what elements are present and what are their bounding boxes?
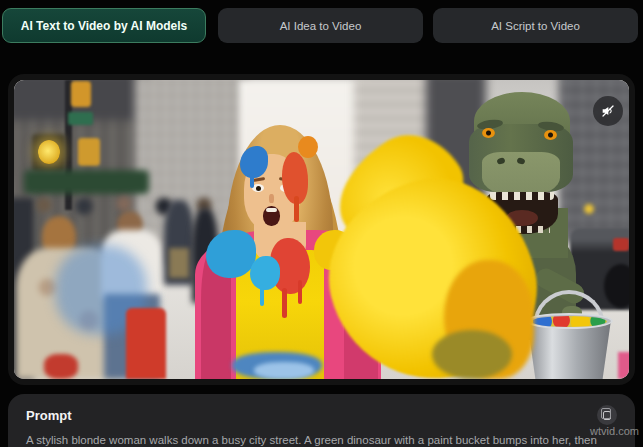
video-player-frame	[8, 74, 635, 385]
pink-figure-edge	[618, 352, 629, 379]
prompt-title: Prompt	[26, 408, 72, 423]
mute-button[interactable]	[593, 96, 623, 126]
street-sign	[68, 112, 93, 125]
prompt-text: A stylish blonde woman walks down a busy…	[26, 432, 617, 447]
tab-ai-text-to-video[interactable]: AI Text to Video by AI Models	[2, 8, 206, 43]
traffic-signal-upper	[71, 81, 91, 107]
prompt-panel: Prompt A stylish blonde woman walks down…	[8, 394, 635, 447]
copy-prompt-button[interactable]	[597, 405, 617, 425]
teeth	[266, 208, 277, 212]
blue-paint-splat	[206, 230, 256, 278]
watermark: wtvid.com	[590, 425, 639, 437]
orange-paint-on-hair	[298, 136, 318, 158]
tote-bag	[169, 248, 189, 278]
dinosaur-teeth	[490, 192, 554, 200]
tab-ai-script-to-video[interactable]: AI Script to Video	[433, 8, 638, 43]
car-taillight	[613, 238, 629, 251]
red-shopping-bag	[126, 308, 166, 379]
paint-drip	[294, 196, 299, 222]
tab-label: AI Text to Video by AI Models	[21, 19, 187, 33]
copy-icon	[603, 411, 611, 420]
speaker-muted-icon	[600, 103, 616, 119]
paint-bucket-paint	[531, 316, 607, 327]
tab-ai-idea-to-video[interactable]: AI Idea to Video	[218, 8, 423, 43]
street-light-glow	[584, 204, 594, 214]
video-player[interactable]	[14, 80, 629, 379]
nose	[269, 194, 274, 203]
pupil	[256, 186, 261, 191]
olive-paint-splash	[432, 330, 512, 379]
paint-drip	[282, 288, 287, 318]
red-paint-blob	[44, 354, 78, 379]
shocked-open-mouth	[263, 206, 280, 226]
tab-label: AI Idea to Video	[280, 20, 362, 32]
paint-drip	[298, 280, 302, 304]
dinosaur-eye	[544, 130, 557, 140]
traffic-light-yellow	[38, 140, 60, 164]
traffic-signal-lower	[78, 138, 100, 166]
tab-label: AI Script to Video	[491, 20, 580, 32]
dinosaur-eye	[482, 128, 495, 138]
green-awning	[24, 170, 149, 194]
paint-drip	[250, 172, 254, 188]
paint-drip	[260, 284, 264, 306]
cyan-paint-splat	[250, 256, 280, 290]
blue-paint-splash	[254, 362, 314, 379]
